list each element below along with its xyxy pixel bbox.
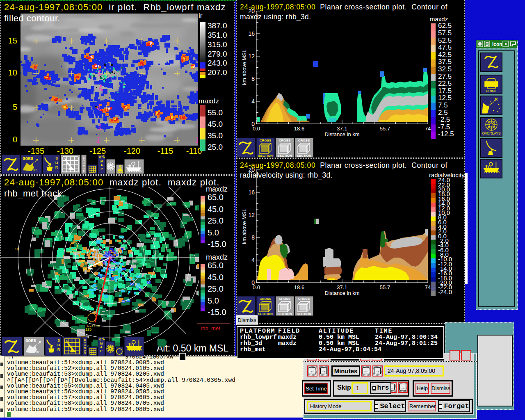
- svg-text:55.0: 55.0: [208, 108, 223, 117]
- svg-text:B: B: [84, 339, 86, 341]
- svg-text:maxdz: maxdz: [199, 98, 219, 105]
- svg-text:279.0: 279.0: [208, 50, 227, 58]
- svg-text:CROSS: CROSS: [298, 139, 310, 142]
- svg-text:387.0: 387.0: [208, 21, 227, 30]
- svg-text:whoa-met: whoa-met: [66, 250, 81, 253]
- svg-text:S: S: [84, 352, 86, 354]
- svg-text:25.0: 25.0: [208, 143, 223, 151]
- svg-text:SECTION: SECTION: [277, 154, 292, 158]
- svg-text:O: O: [83, 159, 85, 162]
- svg-text:B: B: [83, 157, 85, 159]
- svg-text:D: D: [84, 349, 86, 352]
- svg-text:35.0: 35.0: [208, 131, 223, 140]
- svg-text:S: S: [55, 156, 58, 160]
- svg-text:0.0: 0.0: [253, 126, 260, 132]
- svg-text:D: D: [83, 167, 85, 170]
- svg-text:CROSS: CROSS: [298, 297, 310, 301]
- svg-text:S: S: [57, 338, 60, 342]
- svg-text:351.0: 351.0: [208, 31, 227, 39]
- svg-text:16: 16: [248, 189, 255, 196]
- svg-text:U: U: [55, 161, 58, 165]
- svg-text:km above MSL: km above MSL: [241, 209, 247, 244]
- svg-text:.IR: .IR: [32, 168, 37, 172]
- svg-text:SECTION: SECTION: [297, 312, 311, 316]
- svg-text:N: N: [83, 164, 84, 167]
- svg-text:CROSS: CROSS: [260, 139, 272, 142]
- svg-text:8: 8: [251, 75, 255, 82]
- svg-text:SECTION: SECTION: [277, 312, 292, 316]
- svg-text:A: A: [100, 163, 103, 167]
- svg-text:N: N: [84, 347, 86, 349]
- svg-text:icon: icon: [492, 41, 502, 47]
- svg-text:SECTION: SECTION: [258, 312, 273, 316]
- svg-text:0.0: 0.0: [253, 284, 260, 290]
- svg-text:18.6: 18.6: [294, 126, 304, 132]
- svg-text:km above MSL: km above MSL: [241, 50, 247, 85]
- svg-text:74: 74: [425, 126, 431, 132]
- svg-text:SECTION: SECTION: [297, 154, 311, 158]
- svg-text:207.0: 207.0: [208, 68, 227, 77]
- svg-text:16: 16: [248, 30, 255, 37]
- svg-text:GOES: GOES: [25, 338, 37, 343]
- svg-text:P: P: [100, 167, 103, 171]
- svg-text:4: 4: [251, 98, 255, 105]
- svg-text:U: U: [83, 162, 84, 164]
- svg-text:Distance in km: Distance in km: [324, 131, 359, 137]
- svg-text:M: M: [100, 342, 103, 345]
- svg-text:M: M: [100, 160, 103, 163]
- svg-text:SECTION: SECTION: [258, 154, 273, 158]
- svg-text:R: R: [55, 165, 58, 169]
- svg-text:315.0: 315.0: [208, 40, 227, 49]
- svg-text:U: U: [84, 344, 86, 347]
- svg-text:74: 74: [425, 284, 431, 290]
- svg-text:55.7: 55.7: [380, 284, 390, 290]
- svg-text:bo-125-8: bo-125-8: [87, 324, 100, 328]
- svg-text:ir: ir: [199, 12, 203, 20]
- svg-text:45.0: 45.0: [208, 120, 223, 128]
- svg-text:.IR: .IR: [35, 350, 39, 354]
- svg-text:55.7: 55.7: [380, 126, 390, 132]
- svg-text:Distance in km: Distance in km: [324, 290, 359, 296]
- svg-text:P: P: [100, 349, 103, 353]
- svg-text:S: S: [83, 170, 84, 172]
- svg-text:12: 12: [248, 212, 255, 218]
- svg-text:CROSS: CROSS: [260, 297, 272, 301]
- svg-text:R: R: [57, 347, 60, 352]
- svg-text:PRINT: PRINT: [486, 89, 498, 93]
- svg-text:A: A: [100, 345, 103, 349]
- svg-text:243.0: 243.0: [208, 59, 227, 67]
- svg-text:CROSS: CROSS: [279, 297, 291, 301]
- svg-text:8: 8: [251, 234, 255, 241]
- svg-text:37.1: 37.1: [337, 126, 347, 132]
- svg-text:12: 12: [248, 53, 255, 59]
- svg-text:O: O: [84, 341, 86, 344]
- svg-text:OVERLAYS: OVERLAYS: [482, 131, 501, 135]
- svg-text:18.6: 18.6: [294, 284, 304, 290]
- svg-text:CROSS: CROSS: [279, 139, 291, 142]
- svg-text:4: 4: [251, 257, 255, 263]
- svg-text:U: U: [57, 343, 60, 347]
- svg-text:GOES: GOES: [23, 156, 34, 161]
- svg-text:37.1: 37.1: [337, 284, 347, 290]
